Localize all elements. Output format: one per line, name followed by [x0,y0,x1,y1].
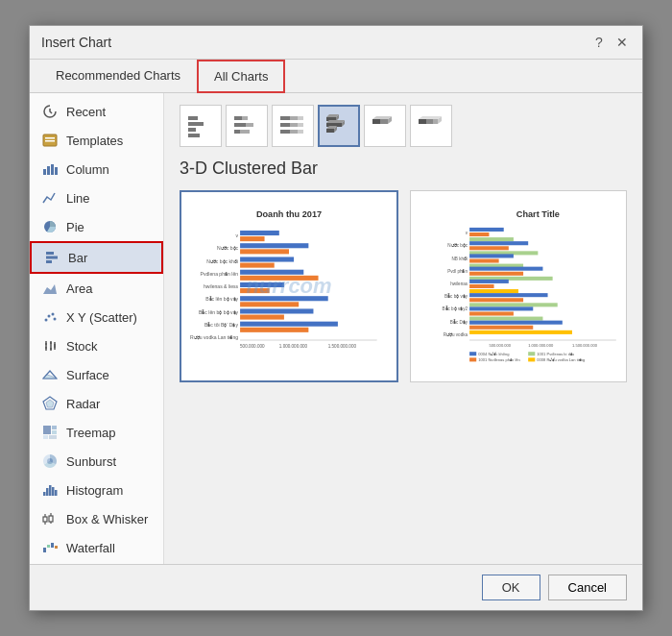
sidebar-item-pie[interactable]: Pie [30,212,163,241]
cancel-button[interactable]: Cancel [548,575,627,600]
svg-text:Nước bộc khối: Nước bộc khối [206,258,238,264]
svg-point-12 [45,319,48,322]
svg-rect-36 [46,488,49,496]
svg-rect-136 [469,254,514,257]
sidebar-item-surface[interactable]: Surface [30,360,163,389]
svg-rect-145 [469,293,547,297]
sidebar-item-recent[interactable]: Recent [30,97,163,126]
svg-rect-130 [469,228,504,232]
svg-text:Bắc bộ vậy: Bắc bộ vậy [444,293,468,299]
sidebar-item-line[interactable]: Line [30,183,163,212]
sidebar-label-templates: Templates [66,134,123,148]
waterfall-icon [41,539,59,556]
sidebar-item-column[interactable]: Column [30,155,163,183]
sidebar-label-stock: Stock [66,339,98,354]
pie-icon [41,218,59,235]
svg-rect-153 [469,330,572,334]
sidebar-label-scatter: X Y (Scatter) [66,310,137,325]
ok-button[interactable]: OK [482,575,540,600]
svg-rect-108 [240,282,284,287]
svg-text:Bắc tôi Bộ' Dậy: Bắc tôi Bộ' Dậy [204,322,239,328]
svg-rect-132 [469,237,514,241]
sidebar-item-treemap[interactable]: Treemap [30,418,163,447]
svg-rect-149 [469,311,514,315]
tab-recommended-charts[interactable]: Recommended Charts [39,60,197,93]
svg-rect-54 [188,122,204,126]
chart-previews: Doanh thu 2017 v Nước bộc Nước bộc khối … [180,190,627,382]
svg-rect-160 [469,357,476,361]
help-button[interactable]: ? [590,34,608,51]
sidebar-item-box-whisker[interactable]: Box & Whisker [30,504,163,533]
main-panel: 3-D Clustered Bar Doanh thu 2017 v Nước … [164,93,642,564]
svg-rect-69 [280,130,290,134]
sidebar-label-sunburst: Sunburst [66,454,116,469]
sidebar-label-area: Area [66,281,92,296]
svg-text:Bắc lên bộ vậy: Bắc lên bộ vậy [205,296,238,302]
chart-preview-2[interactable]: Chart Title v Nước bộc NB khối Pvdl phần… [410,190,627,382]
sidebar-item-scatter[interactable]: X Y (Scatter) [30,303,163,331]
sidebar-label-radar: Radar [66,397,100,411]
recent-icon [41,103,59,120]
svg-rect-55 [188,128,196,132]
chart-preview-1[interactable]: Doanh thu 2017 v Nước bộc Nước bộc khối … [180,190,398,382]
svg-rect-61 [234,130,240,134]
stock-icon [41,337,59,355]
sidebar-label-waterfall: Waterfall [66,541,115,555]
sidebar-item-waterfall[interactable]: Waterfall [30,533,163,562]
icon-3d-stacked-bar[interactable] [364,105,406,147]
column-icon [41,160,59,178]
svg-rect-48 [51,543,54,548]
svg-text:500.000.000: 500.000.000 [240,344,265,349]
sidebar-item-radar[interactable]: Radar [30,389,163,418]
svg-text:1.000.000.000: 1.000.000.000 [528,343,554,348]
chart-preview-1-inner: Doanh thu 2017 v Nước bộc Nước bộc khối … [181,192,396,380]
svg-rect-62 [240,130,250,134]
svg-rect-2 [45,140,55,142]
icon-2d-stacked-bar[interactable] [226,105,268,147]
footer: OK Cancel [30,564,642,610]
svg-text:Rượu vodka: Rượu vodka [444,332,468,337]
sidebar-item-templates[interactable]: Templates [30,126,163,155]
svg-text:0004 Nước không: 0004 Nước không [478,352,509,356]
svg-rect-78 [326,129,334,133]
svg-rect-152 [469,326,533,330]
svg-text:v: v [236,232,239,238]
radar-icon [41,395,59,412]
svg-rect-100 [240,231,279,235]
svg-text:v: v [466,231,468,235]
sidebar-item-stock[interactable]: Stock [30,331,163,360]
sidebar: Recent Templates Column Line [30,93,164,564]
svg-rect-46 [43,548,46,552]
sidebar-item-sunburst[interactable]: Sunburst [30,447,163,476]
sidebar-item-area[interactable]: Area [30,274,163,303]
icon-3d-100-stacked-bar[interactable] [410,105,452,147]
svg-rect-63 [280,116,290,120]
surface-icon [41,366,59,383]
svg-text:Bắc Dậy: Bắc Dậy [450,319,468,325]
svg-rect-146 [469,298,523,302]
sidebar-item-histogram[interactable]: Histogram [30,476,163,504]
svg-rect-67 [290,123,298,127]
svg-text:1.500.000.000: 1.500.000.000 [572,343,598,348]
svg-text:500.000.000: 500.000.000 [489,343,511,348]
templates-icon [41,132,59,149]
svg-rect-68 [298,123,303,127]
line-icon [41,189,59,207]
close-button[interactable]: ✕ [613,34,631,51]
title-bar: Insert Chart ? ✕ [30,26,642,60]
icon-2d-clustered-bar[interactable] [180,105,222,147]
svg-rect-103 [240,249,289,254]
svg-rect-59 [234,123,246,127]
tab-all-charts[interactable]: All Charts [197,60,285,93]
icon-3d-clustered-bar[interactable] [318,105,360,147]
svg-rect-137 [469,258,499,262]
svg-point-15 [54,318,57,321]
sunburst-icon [41,453,59,470]
svg-rect-102 [240,243,308,248]
sidebar-label-recent: Recent [66,105,106,119]
chart-preview-2-svg: Chart Title v Nước bộc NB khối Pvdl phần… [411,191,626,381]
svg-rect-1 [45,137,55,139]
icon-2d-100-stacked-bar[interactable] [272,105,314,147]
sidebar-item-bar[interactable]: Bar [30,241,163,274]
sidebar-label-surface: Surface [66,368,109,382]
